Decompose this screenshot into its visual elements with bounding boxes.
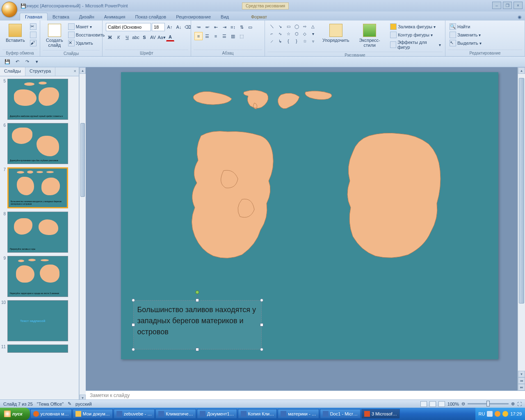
reset-button[interactable]: Восстановить bbox=[67, 31, 105, 39]
rotate-handle[interactable] bbox=[196, 290, 199, 294]
shape-r3-3[interactable]: { bbox=[285, 38, 292, 44]
office-button[interactable] bbox=[2, 2, 17, 17]
vscroll-down-icon[interactable]: ▼ bbox=[518, 371, 525, 377]
shape-fill-button[interactable]: Заливка фигуры ▾ bbox=[389, 23, 442, 30]
align-center-button[interactable]: ☰ bbox=[203, 32, 211, 40]
textbox-text[interactable]: Большинство заливов находятся у западных… bbox=[137, 304, 258, 338]
bold-button[interactable]: Ж bbox=[106, 33, 114, 41]
task-item-4[interactable]: Документ1… bbox=[197, 409, 237, 419]
align-right-button[interactable]: ≡ bbox=[212, 32, 220, 40]
continent-right[interactable] bbox=[347, 133, 440, 258]
shape-text-icon[interactable]: ⬡ bbox=[293, 30, 300, 37]
task-item-1[interactable]: Мои докум… bbox=[73, 409, 113, 419]
qat-redo-button[interactable]: ↷ bbox=[23, 58, 31, 66]
task-item-0[interactable]: условная м… bbox=[30, 409, 72, 419]
handle-w[interactable] bbox=[132, 323, 135, 326]
shape-r3-2[interactable]: ↳ bbox=[276, 38, 284, 44]
shape-effects-button[interactable]: Эффекты для фигур ▾ bbox=[389, 39, 442, 50]
tab-design[interactable]: Дизайн bbox=[74, 13, 99, 21]
clear-format-button[interactable]: ⌫ bbox=[184, 23, 192, 31]
normal-view-button[interactable] bbox=[420, 401, 427, 407]
layout-button[interactable]: Макет ▾ bbox=[67, 23, 105, 30]
island-1[interactable] bbox=[193, 91, 232, 105]
scroll-thumb[interactable] bbox=[80, 123, 85, 197]
status-lang[interactable]: русский bbox=[75, 402, 91, 406]
tab-animation[interactable]: Анимация bbox=[99, 13, 130, 21]
indent-button[interactable]: ⇥ bbox=[220, 23, 228, 31]
island-2[interactable] bbox=[243, 90, 268, 109]
thumbs-scrollbar[interactable]: ▲ ▼ bbox=[79, 67, 86, 401]
next-slide-icon[interactable]: ⏭ bbox=[518, 384, 525, 390]
format-painter-button[interactable]: 🖌 bbox=[29, 39, 37, 47]
help-icon[interactable]: ◉ bbox=[514, 14, 525, 21]
underline-button[interactable]: Ч bbox=[123, 33, 131, 41]
font-color-button[interactable]: A bbox=[166, 33, 174, 41]
scroll-track[interactable] bbox=[80, 74, 86, 395]
thumb-8[interactable]: 8Пририсуйте заливы и горы bbox=[1, 212, 77, 253]
thumb-5[interactable]: 5Дорисуйте наиболее крупный горный хребе… bbox=[1, 79, 77, 120]
minimize-button[interactable]: – bbox=[492, 2, 501, 9]
tab-insert[interactable]: Вставка bbox=[48, 13, 74, 21]
shape-rect-icon[interactable]: ▭ bbox=[285, 23, 292, 30]
font-name-input[interactable] bbox=[106, 23, 151, 31]
tray-clock[interactable]: 17:29 bbox=[510, 411, 522, 416]
task-item-2[interactable]: zebuvebe - … bbox=[114, 409, 155, 419]
shape-free-icon[interactable]: ☆ bbox=[285, 30, 292, 37]
tray-icon-1[interactable] bbox=[487, 411, 493, 417]
outline-tab[interactable]: Структура bbox=[25, 67, 55, 76]
close-button[interactable]: × bbox=[514, 2, 523, 9]
sorter-view-button[interactable] bbox=[429, 401, 436, 407]
shape-brace-icon[interactable]: ⇨ bbox=[301, 23, 308, 30]
tray-icon-3[interactable] bbox=[502, 411, 508, 417]
slide-canvas[interactable]: Большинство заливов находятся у западных… bbox=[121, 72, 498, 359]
tab-format[interactable]: Формат bbox=[246, 13, 272, 21]
zoom-in-button[interactable]: ⊕ bbox=[511, 401, 515, 406]
shape-outline-button[interactable]: Контур фигуры ▾ bbox=[389, 31, 442, 39]
dedent-button[interactable]: ⇤ bbox=[212, 23, 220, 31]
zoom-out-button[interactable]: ⊖ bbox=[461, 401, 465, 406]
quick-styles-button[interactable]: Экспресс-стили bbox=[352, 23, 387, 48]
canvas-vscrollbar[interactable]: ▲ ▼ ⏮ ⏭ bbox=[518, 67, 525, 390]
shape-r3-5[interactable]: ☆ bbox=[301, 38, 308, 44]
tray-icon-2[interactable] bbox=[495, 411, 500, 417]
line-spacing-button[interactable]: ≡↕ bbox=[229, 23, 237, 31]
handle-n[interactable] bbox=[196, 299, 199, 302]
tab-home[interactable]: Главная bbox=[20, 13, 48, 21]
text-direction-button[interactable]: ⇅ bbox=[237, 23, 246, 31]
cut-button[interactable]: ✂ bbox=[29, 23, 37, 30]
shape-line-icon[interactable]: ＼ bbox=[268, 23, 276, 30]
strike-button[interactable]: abc bbox=[132, 33, 140, 41]
shadow-button[interactable]: S bbox=[140, 33, 148, 41]
shape-r3-1[interactable]: ⟋ bbox=[268, 38, 276, 44]
align-text-button[interactable]: ▭ bbox=[246, 23, 254, 31]
scroll-up-icon[interactable]: ▲ bbox=[80, 67, 86, 74]
shrink-font-button[interactable]: A↓ bbox=[175, 23, 183, 31]
shape-expand-icon[interactable]: ▾ bbox=[309, 30, 317, 37]
spacing-button[interactable]: AV bbox=[149, 33, 157, 41]
vscroll-up-icon[interactable]: ▲ bbox=[518, 67, 525, 74]
slides-tab[interactable]: Слайды bbox=[0, 67, 25, 76]
zoom-handle[interactable] bbox=[486, 401, 490, 406]
handle-sw[interactable] bbox=[132, 348, 135, 351]
tab-view[interactable]: Вид bbox=[216, 13, 234, 21]
font-size-input[interactable] bbox=[152, 23, 165, 31]
bullets-button[interactable]: ≔ bbox=[194, 23, 203, 31]
numbering-button[interactable]: ≕ bbox=[203, 23, 211, 31]
shape-more2-icon[interactable]: ◇ bbox=[301, 30, 308, 37]
handle-s[interactable] bbox=[196, 348, 199, 351]
handle-nw[interactable] bbox=[132, 299, 135, 302]
replace-button[interactable]: Заменить ▾ bbox=[449, 31, 482, 39]
shape-oval-icon[interactable]: ◯ bbox=[293, 23, 300, 30]
paste-button[interactable]: Вставить bbox=[3, 23, 27, 43]
task-item-6[interactable]: материки - … bbox=[278, 409, 319, 419]
qat-undo-button[interactable]: ↶ bbox=[13, 58, 21, 66]
thumb-10[interactable]: 10Текст надписей bbox=[1, 300, 77, 341]
copy-button[interactable] bbox=[29, 31, 37, 39]
shape-connector-icon[interactable]: ⌐ bbox=[268, 30, 276, 37]
continent-left[interactable] bbox=[192, 131, 273, 258]
italic-button[interactable]: К bbox=[114, 33, 123, 41]
find-button[interactable]: 🔍Найти bbox=[449, 23, 471, 30]
slideshow-view-button[interactable] bbox=[438, 401, 445, 407]
shape-more1-icon[interactable]: △ bbox=[309, 23, 317, 30]
thumb-6[interactable]: 6Дорисуйте вулканами горы без глубоких р… bbox=[1, 123, 77, 164]
